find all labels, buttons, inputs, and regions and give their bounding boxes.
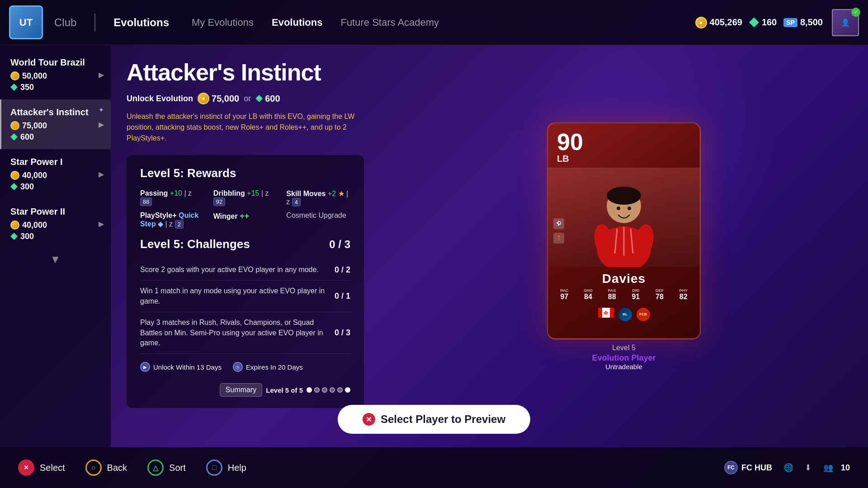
reward-passing-label: Passing	[140, 189, 170, 197]
reward-skill-val: 4	[292, 198, 301, 206]
stat-phy-val: 82	[671, 293, 695, 301]
expires-text: Expires In 20 Days	[246, 363, 303, 371]
sidebar-item-world-tour[interactable]: World Tour Brazil 50,000 350 ▶	[0, 50, 111, 99]
profile-check: ✓	[851, 8, 860, 17]
sidebar-item-attackers-instinct[interactable]: ✦ Attacker's Instinct 75,000 600 ▶	[0, 99, 111, 149]
sidebar-item-instinct-costs: 75,000 600	[10, 121, 102, 142]
challenge-text-1: Score 2 goals with your active EVO playe…	[140, 265, 326, 275]
unlock-diamond-icon	[255, 95, 263, 102]
challenge-progress-1: 0 / 2	[335, 265, 350, 275]
reward-skill-moves: Skill Moves +2 ★ | z 4	[286, 189, 350, 206]
unlock-label: Unlock Evolution	[127, 94, 193, 103]
evo-level: Level 5	[592, 344, 656, 352]
sidebar-star1-arrow: ▶	[99, 170, 104, 178]
fc-hub-icon: FC	[724, 461, 738, 474]
challenge-row-2: Win 1 match in any mode using your activ…	[140, 281, 350, 312]
nav-club[interactable]: Club	[54, 16, 76, 29]
stat-pac-label: PAC	[552, 288, 576, 293]
back-action[interactable]: ○ Back	[85, 460, 127, 476]
sidebar-coin-value: 50,000	[22, 71, 47, 81]
sidebar-item-star1-title: Star Power I	[10, 157, 102, 167]
reward-playstyle-label: PlayStyle+	[140, 211, 179, 219]
select-action[interactable]: × Select	[18, 460, 65, 476]
stat-dri-val: 91	[624, 293, 648, 301]
stat-pac-val: 97	[552, 293, 576, 301]
dot-2	[314, 387, 320, 393]
diamonds-value: 160	[762, 17, 777, 28]
unlock-days-text: Unlock Within 13 Days	[153, 363, 222, 371]
challenges-header: Level 5: Challenges 0 / 3	[140, 237, 350, 251]
sidebar-star2-arrow: ▶	[99, 220, 104, 228]
stat-sho: SHO 84	[576, 288, 600, 301]
special-icon-1: ⚽	[553, 218, 564, 229]
coins-display: ● 405,269	[695, 17, 742, 28]
reward-playstyle-val: 2	[175, 220, 184, 229]
summary-button[interactable]: Summary	[220, 383, 262, 397]
reward-passing-plus: +10	[170, 189, 182, 197]
sidebar-star1-coin-icon	[10, 171, 19, 180]
unlock-row: Unlock Evolution ● 75,000 or 600	[127, 93, 364, 104]
reward-playstyle-sep: | z	[165, 220, 173, 228]
dot-1	[307, 387, 312, 393]
player-count: 10	[841, 463, 850, 473]
back-label: Back	[107, 463, 127, 473]
card-top: 90 LB	[548, 123, 700, 168]
coins-value: 405,269	[710, 17, 742, 28]
card-player-name: Davies	[548, 267, 700, 288]
select-player-button[interactable]: ✕ Select Player to Preview	[338, 405, 530, 434]
sidebar-item-world-tour-costs: 50,000 350	[10, 71, 102, 92]
league-badge: BL	[618, 308, 632, 321]
btn-o-icon: ○	[85, 460, 102, 476]
profile-avatar[interactable]: 👤 ✓	[832, 9, 859, 36]
challenge-progress-2: 0 / 1	[335, 291, 350, 301]
unlock-diamond-cost: 600	[255, 94, 280, 104]
sidebar-star1-coin-row: 40,000	[10, 171, 102, 180]
unlock-coin-cost: ● 75,000	[198, 93, 239, 104]
select-player-label: Select Player to Preview	[381, 413, 505, 426]
card-stats-grid: PAC 97 SHO 84 PAS 88 DRI 91 DEF 78	[548, 288, 700, 305]
unlock-diamond-value: 600	[265, 94, 280, 104]
sidebar-instinct-diamond-value: 600	[20, 132, 34, 142]
select-label: Select	[40, 463, 65, 473]
stat-pac: PAC 97	[552, 288, 576, 301]
nav-evolutions[interactable]: Evolutions	[113, 16, 169, 29]
evo-label: Level 5 Evolution Player Untradeable	[592, 344, 656, 371]
nav-future-stars[interactable]: Future Stars Academy	[340, 17, 439, 28]
flag-canada	[598, 308, 614, 318]
nav-my-evolutions[interactable]: My Evolutions	[192, 17, 254, 28]
player-card: 90 LB ⚽ 📍	[547, 122, 701, 339]
bottom-icon-3: 👥	[821, 460, 835, 475]
diamonds-display: 160	[749, 17, 777, 28]
level-progress: Summary Level 5 of 5	[220, 383, 350, 397]
sidebar-star2-diamond-row: 300	[10, 232, 102, 241]
challenge-text-2: Win 1 match in any mode using your activ…	[140, 286, 326, 306]
reward-passing-sep: | z	[184, 189, 192, 197]
coin-icon: ●	[695, 17, 707, 28]
topbar: UT Club Evolutions My Evolutions Evoluti…	[0, 0, 868, 45]
sidebar: World Tour Brazil 50,000 350 ▶ ✦ Attacke…	[0, 45, 111, 447]
sidebar-star2-diamond-value: 300	[20, 232, 34, 241]
rewards-panel: Level 5: Rewards Passing +10 | z 88 Drib…	[127, 155, 364, 408]
sidebar-item-star2-title: Star Power II	[10, 206, 102, 217]
sp-display: SP 8,500	[783, 17, 823, 28]
expires-icon: ◷	[233, 362, 243, 372]
special-icon-2: 📍	[553, 233, 564, 244]
reward-skill-plus: +2	[328, 190, 336, 197]
evo-title: Attacker's Instinct	[127, 59, 364, 86]
sidebar-item-star-power-2[interactable]: Star Power II 40,000 300 ▶	[0, 199, 111, 249]
sidebar-item-star-power-1[interactable]: Star Power I 40,000 300 ▶	[0, 149, 111, 199]
reward-cosmetic: Cosmetic Upgrade	[286, 211, 350, 228]
help-action[interactable]: □ Help	[206, 460, 246, 476]
card-special-icons: ⚽ 📍	[553, 218, 564, 244]
challenges-count: 0 / 3	[329, 238, 350, 251]
sidebar-down-arrow[interactable]: ▼	[0, 249, 111, 270]
challenge-row-1: Score 2 goals with your active EVO playe…	[140, 259, 350, 281]
challenge-text-3: Play 3 matches in Rush, Rivals, Champion…	[140, 318, 326, 348]
sort-action[interactable]: △ Sort	[147, 460, 186, 476]
nav-evolutions-link[interactable]: Evolutions	[272, 17, 322, 28]
stat-dri-label: DRI	[624, 288, 648, 293]
stat-def-val: 78	[648, 293, 672, 301]
help-label: Help	[228, 463, 246, 473]
unlock-days: ▶ Unlock Within 13 Days	[140, 362, 222, 372]
reward-winger-plus: ++	[240, 211, 249, 221]
